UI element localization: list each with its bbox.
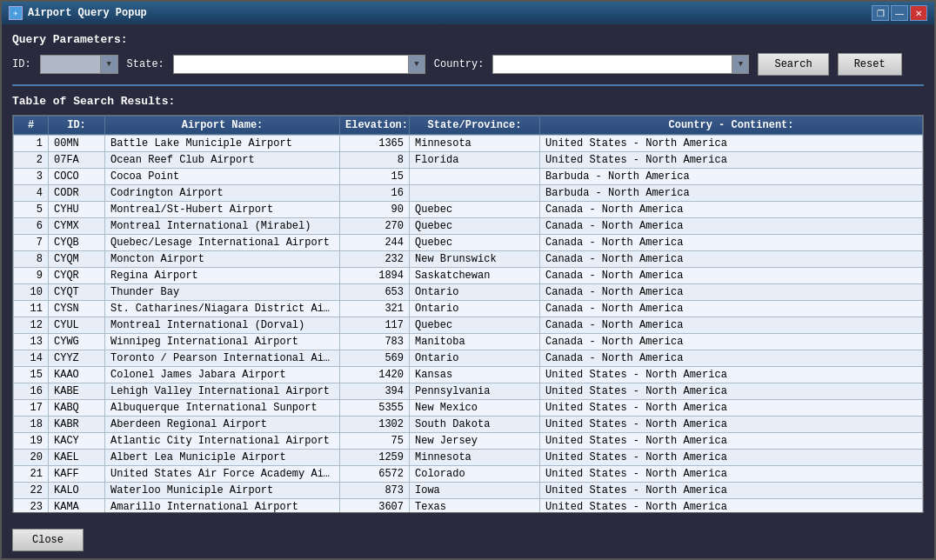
col-header-elevation: Elevation:	[340, 117, 410, 135]
table-cell: 13	[14, 334, 49, 350]
id-dropdown-arrow[interactable]: ▼	[101, 55, 118, 74]
table-cell: Ontario	[410, 350, 540, 367]
table-cell: COCO	[49, 169, 105, 185]
table-cell: Quebec	[410, 218, 540, 235]
table-cell: Texas	[410, 499, 540, 513]
table-cell: Codrington Airport	[105, 185, 340, 202]
state-label: State:	[127, 58, 164, 70]
country-select[interactable]	[492, 55, 732, 74]
table-cell: 23	[14, 499, 49, 513]
table-cell: CYQT	[49, 284, 105, 301]
table-cell: 783	[340, 334, 410, 350]
table-cell: CYUL	[49, 317, 105, 334]
col-header-num: #	[14, 117, 49, 135]
table-cell: Canada - North America	[540, 251, 923, 268]
table-cell: Barbuda - North America	[540, 169, 923, 185]
table-cell: Canada - North America	[540, 317, 923, 334]
table-cell: United States - North America	[540, 450, 923, 466]
table-cell: KAFF	[49, 466, 105, 483]
table-cell: United States - North America	[540, 367, 923, 383]
table-cell: CYQB	[49, 235, 105, 251]
minimize-button[interactable]: —	[891, 5, 908, 21]
table-cell: 19	[14, 433, 49, 450]
table-cell: 1302	[340, 417, 410, 433]
table-cell: Iowa	[410, 483, 540, 499]
table-row: 16KABELehigh Valley International Airpor…	[14, 383, 923, 400]
table-cell: 17	[14, 400, 49, 417]
table-cell: 90	[340, 202, 410, 218]
table-cell: 07FA	[49, 152, 105, 169]
airport-query-window: ✈ Airport Query Popup ❐ — ✕ Query Parame…	[0, 0, 936, 560]
window-title: Airport Query Popup	[28, 7, 147, 19]
table-cell: Moncton Airport	[105, 251, 340, 268]
table-cell: KAAO	[49, 367, 105, 383]
table-cell: 2	[14, 152, 49, 169]
params-row: ID: ▼ State: ▼ Country: ▼ Search Reset	[12, 53, 924, 76]
table-cell: 12	[14, 317, 49, 334]
table-cell: CYSN	[49, 301, 105, 317]
table-cell: 394	[340, 383, 410, 400]
table-cell: 20	[14, 450, 49, 466]
table-cell: 8	[14, 251, 49, 268]
table-cell: Albuquerque International Sunport	[105, 400, 340, 417]
table-cell: Canada - North America	[540, 334, 923, 350]
table-cell: 21	[14, 466, 49, 483]
table-cell: Quebec	[410, 235, 540, 251]
results-table: # ID: Airport Name: Elevation: State/Pro…	[13, 116, 923, 135]
table-cell: 75	[340, 433, 410, 450]
country-label: Country:	[434, 58, 485, 70]
table-container: # ID: Airport Name: Elevation: State/Pro…	[12, 115, 924, 513]
country-dropdown-arrow[interactable]: ▼	[732, 55, 749, 74]
table-row: 22KALOWaterloo Municiple Airport873IowaU…	[14, 483, 923, 499]
col-header-state: State/Province:	[410, 117, 540, 135]
id-combo: ▼	[40, 55, 118, 74]
table-cell: KACY	[49, 433, 105, 450]
close-button[interactable]: Close	[12, 529, 84, 551]
table-cell: Cocoa Point	[105, 169, 340, 185]
table-cell: CYQM	[49, 251, 105, 268]
table-cell: Atlantic City International Airport	[105, 433, 340, 450]
table-cell: South Dakota	[410, 417, 540, 433]
table-cell: Toronto / Pearson International Airport	[105, 350, 340, 367]
table-cell: 16	[340, 185, 410, 202]
table-row: 5CYHUMontreal/St-Hubert Airport90QuebecC…	[14, 202, 923, 218]
table-cell: Manitoba	[410, 334, 540, 350]
table-cell: Colorado	[410, 466, 540, 483]
table-results-label: Table of Search Results:	[12, 95, 924, 108]
table-cell: KAMA	[49, 499, 105, 513]
table-cell: St. Catharines/Niagara District Airport	[105, 301, 340, 317]
table-cell: KABQ	[49, 400, 105, 417]
table-cell: United States - North America	[540, 433, 923, 450]
state-dropdown-arrow[interactable]: ▼	[408, 55, 425, 74]
title-bar-buttons: ❐ — ✕	[872, 5, 927, 21]
table-cell: 4	[14, 185, 49, 202]
table-cell: KAEL	[49, 450, 105, 466]
state-select[interactable]	[173, 55, 408, 74]
reset-button[interactable]: Reset	[838, 53, 902, 76]
table-row: 10CYQTThunder Bay653OntarioCanada - Nort…	[14, 284, 923, 301]
table-cell: 117	[340, 317, 410, 334]
table-row: 21KAFFUnited States Air Force Academy Ai…	[14, 466, 923, 483]
table-cell: United States - North America	[540, 383, 923, 400]
table-cell: 5	[14, 202, 49, 218]
table-cell: Ontario	[410, 301, 540, 317]
col-header-id: ID:	[49, 117, 105, 135]
restore-button[interactable]: ❐	[872, 5, 889, 21]
table-cell: KABE	[49, 383, 105, 400]
table-cell: Albert Lea Municiple Airport	[105, 450, 340, 466]
table-cell: United States - North America	[540, 483, 923, 499]
table-cell: Canada - North America	[540, 218, 923, 235]
table-cell: Ocean Reef Club Airport	[105, 152, 340, 169]
table-cell: 1365	[340, 136, 410, 152]
search-button[interactable]: Search	[758, 53, 828, 76]
id-input[interactable]	[40, 55, 101, 74]
results-data-table: 100MNBattle Lake Municiple Airport1365Mi…	[13, 135, 923, 512]
table-header: # ID: Airport Name: Elevation: State/Pro…	[14, 117, 923, 135]
table-cell: New Mexico	[410, 400, 540, 417]
table-cell: 3607	[340, 499, 410, 513]
table-scroll-area[interactable]: 100MNBattle Lake Municiple Airport1365Mi…	[13, 135, 923, 512]
table-cell: Canada - North America	[540, 202, 923, 218]
close-window-button[interactable]: ✕	[910, 5, 927, 21]
table-cell: 1	[14, 136, 49, 152]
table-row: 15KAAOColonel James Jabara Airport1420Ka…	[14, 367, 923, 383]
